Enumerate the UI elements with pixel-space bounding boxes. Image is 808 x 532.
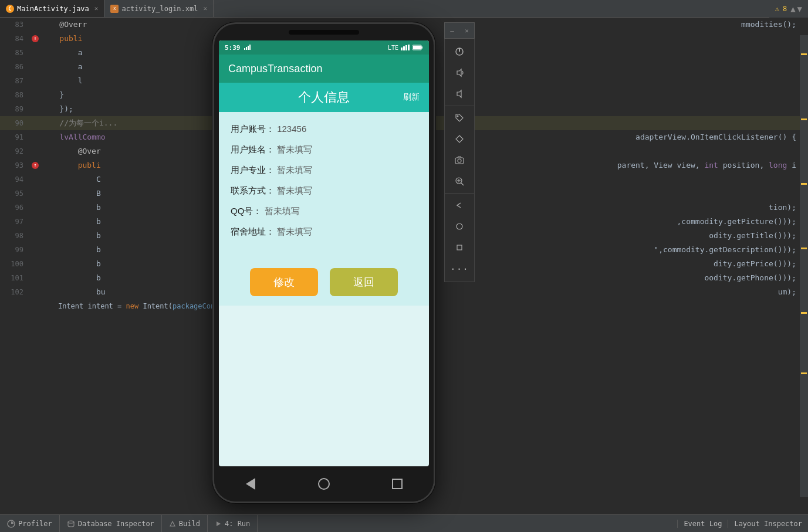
- svg-rect-12: [421, 46, 422, 49]
- line-num-89: 89: [0, 102, 29, 116]
- tab-main-activity-label: MainActivity.java: [17, 5, 89, 13]
- run-label: 4: Run: [225, 520, 250, 528]
- field-value-3: 暂未填写: [277, 185, 312, 195]
- phone-container: 5:39 LTE: [212, 22, 435, 503]
- line-num-98: 98: [0, 229, 29, 243]
- diamond-ctrl-btn[interactable]: [445, 128, 474, 150]
- phone-field-4: QQ号： 暂未填写: [231, 206, 417, 217]
- nav-up-arrow[interactable]: ▲: [790, 4, 795, 13]
- zoom-icon: [455, 177, 464, 186]
- modify-button[interactable]: 修改: [250, 268, 318, 296]
- margin-mark-6: [801, 372, 807, 374]
- line-num-90: 90: [0, 116, 29, 130]
- phone-screen: 5:39 LTE: [219, 40, 429, 466]
- tab-activity-login[interactable]: x activity_login.xml ✕: [104, 0, 214, 17]
- line-right-93: parent, View view, int position, long i: [617, 158, 808, 172]
- line-right-91: adapterView.OnItemClickListener() {: [635, 130, 808, 144]
- svg-rect-26: [457, 245, 462, 250]
- run-status-item[interactable]: 4: Run: [208, 515, 258, 532]
- svg-point-20: [458, 159, 461, 162]
- field-label-2: 用户专业：: [231, 165, 275, 175]
- svg-point-18: [457, 116, 459, 117]
- margin-mark-4: [801, 248, 807, 249]
- svg-rect-13: [413, 46, 421, 49]
- tab-main-activity-close[interactable]: ✕: [94, 5, 99, 12]
- layout-inspector-status-item[interactable]: Layout Inspector: [728, 520, 808, 528]
- field-label-0: 用户账号：: [231, 124, 275, 134]
- phone-field-3: 联系方式： 暂未填写: [231, 185, 417, 196]
- nav-down-arrow[interactable]: ▼: [797, 4, 802, 13]
- profiler-status-item[interactable]: Profiler: [0, 515, 60, 532]
- phone-refresh-btn[interactable]: 刷新: [403, 92, 420, 103]
- svg-line-22: [461, 183, 464, 185]
- event-log-label: Event Log: [684, 520, 722, 528]
- profiler-label: Profiler: [18, 520, 52, 528]
- line-num-96: 96: [0, 201, 29, 215]
- nav-home-btn[interactable]: [315, 475, 333, 493]
- close-btn[interactable]: ✕: [465, 27, 469, 35]
- db-inspector-label: Database Inspector: [78, 520, 154, 528]
- field-value-2: 暂未填写: [277, 165, 312, 175]
- svg-rect-8: [403, 46, 405, 50]
- line-num-83: 83: [0, 18, 29, 32]
- nav-back-icon: [246, 478, 255, 490]
- margin-mark-5: [801, 312, 807, 314]
- line-num-100: 100: [0, 257, 29, 271]
- tab-activity-login-close[interactable]: ✕: [204, 5, 208, 12]
- phone-app-title: CampusTransaction: [228, 63, 322, 75]
- field-label-5: 宿舍地址：: [231, 226, 275, 236]
- layout-inspector-label: Layout Inspector: [734, 520, 802, 528]
- line-num-102: 102: [0, 285, 29, 299]
- line-num-87: 87: [0, 74, 29, 88]
- svg-point-1: [68, 521, 74, 523]
- line-right-99: ",commodity.getDescription()));: [654, 243, 808, 257]
- phone-header-title: 个人信息: [298, 89, 350, 106]
- camera-ctrl-btn[interactable]: [445, 150, 474, 171]
- line-right-97: ,commodity.getPicture()));: [677, 215, 809, 229]
- power-ctrl-btn[interactable]: [445, 41, 474, 62]
- square-ctrl-btn[interactable]: [445, 237, 474, 258]
- right-margin: [800, 35, 808, 497]
- field-label-4: QQ号：: [231, 206, 262, 216]
- phone-navbar: [214, 466, 434, 501]
- build-status-item[interactable]: Build: [162, 515, 208, 532]
- minimize-btn[interactable]: —: [450, 27, 454, 35]
- event-log-status-item[interactable]: Event Log: [677, 520, 728, 528]
- line-num-94: 94: [0, 172, 29, 187]
- home-ctrl-btn[interactable]: [445, 216, 474, 237]
- back-button[interactable]: 返回: [330, 268, 398, 296]
- ctrl-sep-2: [445, 193, 474, 194]
- lte-signal-icon: [401, 45, 410, 50]
- svg-rect-9: [405, 45, 407, 50]
- line-right-100: dity.getPrice()));: [714, 257, 808, 271]
- vol-up-ctrl-btn[interactable]: [445, 62, 474, 83]
- nav-recent-btn[interactable]: [388, 475, 406, 493]
- vol-down-ctrl-btn[interactable]: [445, 83, 474, 104]
- back-ctrl-btn[interactable]: [445, 195, 474, 216]
- warning-bar: ⚠ 8 ▲ ▼: [769, 0, 808, 18]
- more-icon: ···: [450, 263, 469, 275]
- tab-bar: C MainActivity.java ✕ x activity_login.x…: [0, 0, 808, 18]
- line-num-93: 93: [0, 158, 29, 172]
- db-inspector-status-item[interactable]: Database Inspector: [60, 515, 162, 532]
- line-num-95: 95: [0, 187, 29, 201]
- svg-point-25: [457, 223, 462, 229]
- phone-header: 个人信息 刷新: [219, 83, 429, 112]
- line-right-83: mmodities();: [741, 18, 808, 32]
- nav-back-btn[interactable]: [242, 475, 259, 493]
- field-value-4: 暂未填写: [265, 206, 300, 216]
- nav-recent-icon: [392, 479, 403, 489]
- line-num-85: 85: [0, 46, 29, 60]
- tab-main-activity[interactable]: C MainActivity.java ✕: [0, 0, 104, 17]
- svg-rect-4: [246, 47, 247, 50]
- battery-icon: [413, 45, 423, 50]
- tag-ctrl-btn[interactable]: [445, 107, 474, 128]
- nav-home-icon: [318, 478, 330, 490]
- zoom-ctrl-btn[interactable]: [445, 171, 474, 192]
- camera-icon: [455, 155, 464, 165]
- gutter-84: ↑: [29, 35, 41, 42]
- phone-buttons: 修改 返回: [219, 259, 429, 306]
- svg-marker-2: [217, 521, 221, 526]
- margin-mark-1: [801, 53, 807, 55]
- more-ctrl-btn[interactable]: ···: [445, 258, 474, 279]
